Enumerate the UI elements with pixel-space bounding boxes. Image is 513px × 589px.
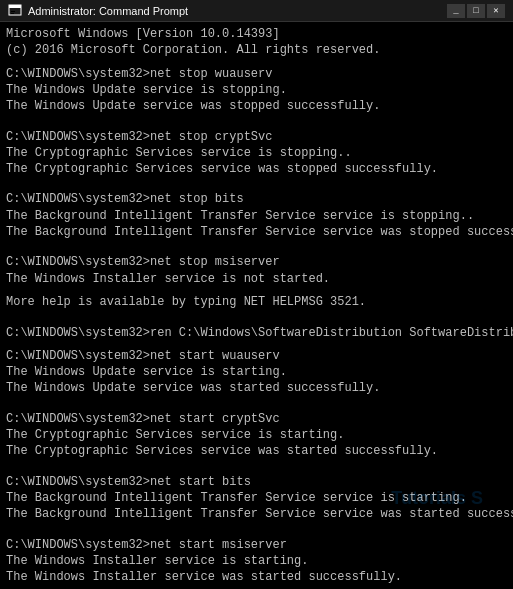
terminal-line: C:\WINDOWS\system32>net start msiserver (6, 537, 507, 553)
terminal-line: The Windows Update service was stopped s… (6, 98, 507, 114)
terminal-line (6, 310, 507, 317)
terminal-line: C:\WINDOWS\system32>net stop msiserver (6, 254, 507, 270)
terminal-line: C:\WINDOWS\system32>net start bits (6, 474, 507, 490)
terminal-line (6, 114, 507, 121)
terminal-line (6, 530, 507, 537)
terminal-line: The Background Intelligent Transfer Serv… (6, 208, 507, 224)
terminal-line: C:\WINDOWS\system32>net start wuauserv (6, 348, 507, 364)
terminal-line (6, 396, 507, 403)
terminal-line (6, 184, 507, 191)
terminal-line: The Background Intelligent Transfer Serv… (6, 490, 507, 506)
terminal-line: More help is available by typing NET HEL… (6, 294, 507, 310)
terminal-output: Microsoft Windows [Version 10.0.14393](c… (6, 26, 507, 589)
terminal-line: C:\WINDOWS\system32>net stop bits (6, 191, 507, 207)
terminal-line: The Windows Update service is starting. (6, 364, 507, 380)
terminal-line: The Windows Installer service was starte… (6, 569, 507, 585)
terminal-line: C:\WINDOWS\system32>net start cryptSvc (6, 411, 507, 427)
terminal-line: The Windows Update service was started s… (6, 380, 507, 396)
terminal-line: The Background Intelligent Transfer Serv… (6, 506, 507, 522)
svg-rect-3 (11, 13, 14, 14)
svg-rect-2 (11, 11, 15, 12)
terminal-line (6, 341, 507, 348)
title-bar-icon (8, 4, 22, 18)
terminal-line: C:\WINDOWS\system32>net stop wuauserv (6, 66, 507, 82)
terminal-line (6, 247, 507, 254)
terminal-line: The Windows Update service is stopping. (6, 82, 507, 98)
terminal-line: Microsoft Windows [Version 10.0.14393] (6, 26, 507, 42)
terminal-line: The Windows Installer service is startin… (6, 553, 507, 569)
terminal-line (6, 177, 507, 184)
terminal-line (6, 522, 507, 529)
terminal-line: The Cryptographic Services service was s… (6, 443, 507, 459)
svg-rect-1 (9, 5, 21, 8)
terminal-line (6, 467, 507, 474)
terminal-line: (c) 2016 Microsoft Corporation. All righ… (6, 42, 507, 58)
close-button[interactable]: ✕ (487, 4, 505, 18)
minimize-button[interactable]: _ (447, 4, 465, 18)
terminal-line: C:\WINDOWS\system32>net stop cryptSvc (6, 129, 507, 145)
terminal-line: The Background Intelligent Transfer Serv… (6, 224, 507, 240)
terminal-line: The Cryptographic Services service is st… (6, 427, 507, 443)
title-bar: Administrator: Command Prompt _ □ ✕ (0, 0, 513, 22)
terminal-line (6, 287, 507, 294)
terminal-line: The Cryptographic Services service is st… (6, 145, 507, 161)
terminal-line (6, 240, 507, 247)
terminal-line: The Cryptographic Services service was s… (6, 161, 507, 177)
title-bar-controls[interactable]: _ □ ✕ (447, 4, 505, 18)
terminal-line (6, 404, 507, 411)
terminal-line (6, 58, 507, 65)
terminal-body: Microsoft Windows [Version 10.0.14393](c… (0, 22, 513, 589)
terminal-line (6, 585, 507, 589)
terminal-line (6, 317, 507, 324)
terminal-line (6, 121, 507, 128)
maximize-button[interactable]: □ (467, 4, 485, 18)
terminal-line: C:\WINDOWS\system32>ren C:\Windows\Softw… (6, 325, 507, 341)
terminal-line: The Windows Installer service is not sta… (6, 271, 507, 287)
terminal-line (6, 459, 507, 466)
title-bar-text: Administrator: Command Prompt (28, 5, 441, 17)
